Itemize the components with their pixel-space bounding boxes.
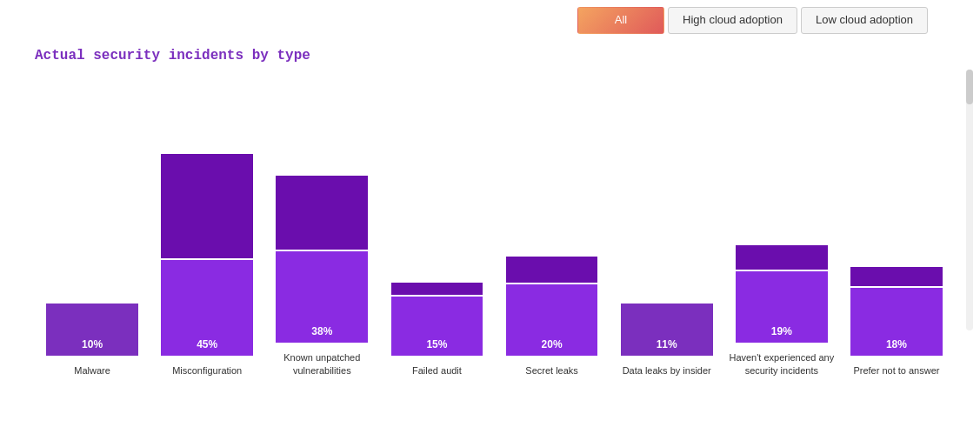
vertical-scrollbar[interactable] — [966, 70, 973, 330]
filter-all-button[interactable]: All — [577, 7, 664, 34]
bar-percent-failed-audit: 15% — [426, 338, 447, 350]
bar-percent-secret-leaks: 20% — [542, 338, 563, 350]
bar-group-data-leaks-insider: 11%Data leaks by insider — [610, 130, 724, 377]
bar-single-data-leaks-insider: 11% — [621, 304, 713, 356]
bar-stack-prefer-not: 18% — [850, 267, 943, 356]
bar-stack-failed-audit: 15% — [391, 283, 483, 356]
bar-container-data-leaks-insider: 11% — [610, 130, 724, 356]
bar-bottom-prefer-not: 18% — [850, 288, 943, 356]
bar-group-failed-audit: 15%Failed audit — [379, 130, 494, 377]
bar-container-prefer-not: 18% — [839, 130, 954, 356]
bar-stack-misconfiguration: 45% — [161, 154, 253, 356]
bar-bottom-known-unpatched: 38% — [276, 251, 368, 343]
bar-percent-data-leaks-insider: 11% — [657, 338, 677, 350]
bar-percent-no-incidents: 19% — [771, 325, 792, 337]
filter-high-cloud-button[interactable]: High cloud adoption — [668, 7, 797, 34]
bar-group-malware: 10%Malware — [35, 130, 150, 377]
bar-single-malware: 10% — [46, 304, 138, 356]
bar-group-no-incidents: 19%Haven't experienced any security inci… — [724, 117, 839, 377]
bar-percent-known-unpatched: 38% — [311, 325, 332, 337]
bar-stack-no-incidents: 19% — [736, 245, 828, 343]
bar-stack-malware: 10% — [46, 304, 138, 356]
bar-top-misconfiguration — [161, 154, 253, 258]
bar-percent-prefer-not: 18% — [886, 338, 907, 350]
bar-container-no-incidents: 19% — [724, 117, 839, 343]
bar-xlabel-secret-leaks: Secret leaks — [522, 364, 582, 377]
bar-xlabel-prefer-not: Prefer not to answer — [850, 364, 943, 377]
bar-container-failed-audit: 15% — [379, 130, 494, 356]
bar-container-misconfiguration: 45% — [150, 130, 264, 356]
filter-low-cloud-button[interactable]: Low cloud adoption — [801, 7, 928, 34]
bar-stack-known-unpatched: 38% — [276, 176, 368, 343]
bar-top-secret-leaks — [506, 257, 598, 283]
bar-bottom-secret-leaks: 20% — [506, 284, 598, 356]
bar-bottom-no-incidents: 19% — [736, 271, 828, 343]
bar-top-prefer-not — [850, 267, 943, 286]
bar-xlabel-no-incidents: Haven't experienced any security inciden… — [724, 351, 839, 377]
bar-xlabel-misconfiguration: Misconfiguration — [169, 364, 245, 377]
bar-container-malware: 10% — [35, 130, 150, 356]
chart-title: Actual security incidents by type — [0, 41, 980, 81]
filter-buttons: All High cloud adoption Low cloud adopti… — [0, 0, 980, 41]
bar-bottom-misconfiguration: 45% — [161, 260, 253, 356]
bar-chart: 10%Malware45%Misconfiguration38%Known un… — [0, 81, 980, 377]
bar-stack-secret-leaks: 20% — [506, 257, 598, 356]
bar-xlabel-known-unpatched: Known unpatched vulnerabilities — [264, 351, 379, 377]
bar-group-secret-leaks: 20%Secret leaks — [495, 130, 610, 377]
scrollbar-thumb[interactable] — [966, 70, 973, 104]
bar-xlabel-malware: Malware — [70, 364, 114, 377]
bar-container-secret-leaks: 20% — [495, 130, 610, 356]
bar-percent-malware: 10% — [82, 338, 103, 350]
bar-top-known-unpatched — [276, 176, 368, 250]
bar-bottom-failed-audit: 15% — [391, 297, 483, 356]
bar-xlabel-failed-audit: Failed audit — [409, 364, 465, 377]
bar-top-failed-audit — [391, 283, 483, 295]
bar-group-prefer-not: 18%Prefer not to answer — [839, 130, 954, 377]
bar-group-known-unpatched: 38%Known unpatched vulnerabilities — [264, 117, 379, 377]
bar-percent-misconfiguration: 45% — [197, 338, 217, 350]
bar-stack-data-leaks-insider: 11% — [621, 304, 713, 356]
bar-container-known-unpatched: 38% — [264, 117, 379, 343]
bar-top-no-incidents — [736, 245, 828, 270]
bar-xlabel-data-leaks-insider: Data leaks by insider — [619, 364, 715, 377]
bar-group-misconfiguration: 45%Misconfiguration — [150, 130, 264, 377]
